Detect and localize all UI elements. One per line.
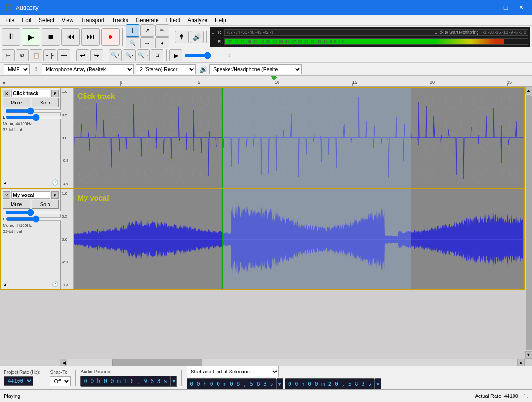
actual-rate-text: Actual Rate: 44100 [475,393,518,399]
collapse-icon[interactable]: ▲ [3,180,7,185]
click-track: ✕ Click track ▼ Mute Solo - + L [0,87,525,189]
host-select[interactable]: MME [4,64,30,74]
channels-select[interactable]: 2 (Stereo) Recor [136,64,196,74]
maximize-button[interactable]: □ [499,3,513,12]
record-button[interactable]: ● [101,28,120,46]
click-track-pan-slider[interactable] [6,115,66,120]
vocal-collapse-icon[interactable]: ▲ [3,282,7,287]
skip-end-button[interactable]: ⏭ [81,28,100,46]
click-track-close[interactable]: ✕ [3,90,10,97]
undo-button[interactable]: ↩ [76,49,89,61]
tracks-and-scroll: ✕ Click track ▼ Mute Solo - + L [0,87,532,359]
scroll-up[interactable]: ▲ [525,87,532,94]
vocal-track-name: My vocal [11,191,50,199]
pause-button[interactable]: ⏸ [2,28,20,46]
snap-to-select[interactable]: Off [50,376,71,386]
menu-select[interactable]: Select [35,15,58,25]
click-track-name: Click track [11,90,50,97]
gain-min-label: - [3,109,4,113]
click-track-canvas [74,88,524,188]
close-button[interactable]: ✕ [514,3,528,12]
vocal-track-close[interactable]: ✕ [3,191,10,199]
menu-view[interactable]: View [58,15,77,25]
zoom-in-button[interactable]: 🔍 [126,37,139,49]
tracks-scroll[interactable]: ✕ Click track ▼ Mute Solo - + L [0,87,525,359]
play-button[interactable]: ▶ [22,28,40,46]
selection-mode-select[interactable]: Start and End of Selection [187,366,279,377]
click-track-gain-slider[interactable] [5,108,65,114]
vocal-track-menu[interactable]: ▼ [51,191,59,199]
click-track-scale: 1.0 0.5 0.0 -0.5 -1.0 [61,88,74,188]
vocal-track-bottom-icons: ▲ 🕐 [3,281,59,287]
vocal-pan-left-label: L [3,217,5,221]
resize-handle: ⋱ [524,393,528,398]
vocal-track-mute[interactable]: Mute [3,200,30,209]
vocal-track-solo[interactable]: Solo [32,200,59,209]
zoom-in-view-button[interactable]: 🔍+ [109,49,122,61]
menu-help[interactable]: Help [211,15,230,25]
clock-icon: 🕐 [52,179,59,186]
redo-button[interactable]: ↪ [90,49,103,61]
click-track-solo[interactable]: Solo [32,98,59,107]
playback-monitor-button[interactable]: 🔊 [190,31,204,43]
record-monitor-button[interactable]: 🎙 [175,31,189,43]
cut-button[interactable]: ✂ [2,49,15,61]
trim-button[interactable]: ┤├ [43,49,56,61]
paste-button[interactable]: 📋 [30,49,42,61]
click-track-waveform[interactable] [74,88,524,188]
fit-button[interactable]: ↔ [140,37,154,49]
scroll-thumb-v[interactable] [526,95,532,350]
copy-button[interactable]: ⧉ [16,49,29,61]
playback-rate-slider[interactable] [184,52,230,59]
menu-edit[interactable]: Edit [18,15,35,25]
snap-to-section: Snap-To Off [50,370,71,386]
menu-file[interactable]: File [2,15,18,25]
divider2 [75,370,76,386]
output-device-select[interactable]: Speaker/Headphone (Realte [209,64,302,74]
h-scroll-left[interactable]: ◀ [60,359,67,366]
zoom-fit-view-button[interactable]: ⊟ [151,49,163,61]
click-track-mute[interactable]: Mute [3,98,30,107]
vocal-track: ✕ My vocal ▼ Mute Solo - + L [0,189,525,290]
click-track-controls: ✕ Click track ▼ Mute Solo - + L [1,88,61,188]
h-scroll-right[interactable]: ▶ [517,359,525,366]
h-scroll-track[interactable] [67,359,517,366]
select-tool-button[interactable]: I [126,24,139,37]
selection-start-dropdown[interactable]: ▼ [277,378,283,390]
snap-to-label: Snap-To [50,370,71,375]
vocal-track-info: Mono, 44100Hz32-bit float [3,223,59,234]
device-bar: MME 🎙 Microphone Array (Realtek 2 (Stere… [0,63,532,76]
status-bar: Playing. Actual Rate: 44100 ⋱ [0,389,532,402]
draw-tool-button[interactable]: ✏ [155,24,169,37]
ruler-corner: ▼ [2,81,6,85]
silence-button[interactable]: — [57,49,70,61]
stop-button[interactable]: ■ [42,28,60,46]
click-track-menu[interactable]: ▼ [51,90,59,97]
right-scrollbar: ▲ ▼ [525,87,532,359]
project-rate-select[interactable]: 44100 [4,376,33,386]
zoom-out-view-button[interactable]: 🔍- [123,49,136,61]
vocal-track-canvas [74,189,524,289]
divider1 [45,370,45,386]
envelope-tool-button[interactable]: ↗ [140,24,154,37]
audio-position-section: Audio Position 0 0 h 0 0 m 1 0 , 9 6 3 s… [80,369,177,387]
h-scroll-thumb[interactable] [112,359,202,366]
audio-position-dropdown[interactable]: ▼ [170,376,177,387]
scroll-down[interactable]: ▼ [525,351,532,359]
play-rate-button[interactable]: ▶ [169,49,182,61]
app-icon: 🎵 [4,3,13,12]
menu-bar: File Edit Select View Transport Tracks G… [0,15,532,26]
skip-start-button[interactable]: ⏮ [61,28,80,46]
zoom-sel-button[interactable]: 🔍→ [137,49,150,61]
selection-end-dropdown[interactable]: ▼ [375,378,381,390]
multitool-button[interactable]: ✦ [155,37,169,49]
mic-device-select[interactable]: Microphone Array (Realtek [42,64,134,74]
vocal-track-gain-slider[interactable] [5,210,65,215]
click-track-waveform-area[interactable]: 1.0 0.5 0.0 -0.5 -1.0 [61,88,524,188]
minimize-button[interactable]: — [483,3,497,12]
menu-transport[interactable]: Transport [77,15,108,25]
vocal-track-pan-slider[interactable] [6,216,66,222]
vocal-track-waveform-area[interactable]: 1.0 0.5 0.0 -0.5 -1.0 [61,189,524,289]
menu-analyze[interactable]: Analyze [184,15,211,25]
vocal-track-waveform[interactable] [74,189,524,289]
